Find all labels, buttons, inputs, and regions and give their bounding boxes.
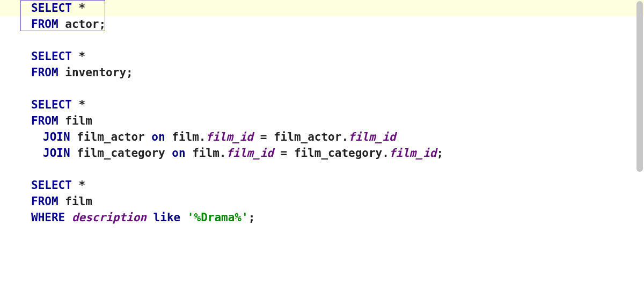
token-punct: [65, 211, 72, 224]
token-punct: .: [199, 130, 206, 143]
token-punct: [70, 147, 77, 160]
token-punct: ;: [248, 211, 255, 224]
token-kw: SELECT: [31, 98, 72, 111]
token-kw: SELECT: [31, 179, 72, 192]
code-line-3[interactable]: [0, 32, 644, 48]
token-punct: .: [341, 130, 348, 143]
token-col: film_id: [226, 147, 274, 160]
token-punct: .: [219, 147, 226, 160]
token-op-kw: like: [153, 211, 181, 224]
token-punct: =: [274, 147, 294, 160]
token-kw: FROM: [31, 114, 58, 127]
token-kw: JOIN: [43, 130, 70, 143]
code-line-6[interactable]: [0, 81, 644, 97]
token-punct: [165, 147, 172, 160]
token-punct: ;: [99, 18, 106, 31]
token-punct: [70, 130, 77, 143]
code-line-11[interactable]: [0, 161, 644, 177]
token-star: *: [79, 98, 86, 111]
token-ident: film_category: [294, 147, 382, 160]
token-col: film_id: [348, 130, 396, 143]
token-star: *: [79, 50, 86, 63]
token-punct: [72, 50, 79, 63]
token-ident: actor: [65, 18, 99, 31]
code-line-13[interactable]: FROM film: [0, 193, 644, 209]
token-punct: [72, 179, 79, 192]
token-punct: .: [382, 147, 389, 160]
token-kw: FROM: [31, 18, 58, 31]
token-op-kw: on: [172, 147, 185, 160]
token-kw: WHERE: [31, 211, 65, 224]
token-punct: ;: [126, 66, 133, 79]
token-star: *: [79, 2, 86, 15]
token-ident: film_actor: [77, 130, 144, 143]
token-ident: film: [172, 130, 199, 143]
token-col: description: [72, 211, 147, 224]
token-col: film_id: [206, 130, 254, 143]
code-line-14[interactable]: WHERE description like '%Drama%';: [0, 209, 644, 226]
token-punct: [58, 18, 65, 31]
token-punct: [186, 147, 193, 160]
code-line-1[interactable]: SELECT *: [0, 0, 644, 16]
code-line-10[interactable]: JOIN film_category on film.film_id = fil…: [0, 145, 644, 161]
token-op-kw: on: [151, 130, 165, 143]
code-line-12[interactable]: SELECT *: [0, 177, 644, 193]
token-star: *: [79, 179, 86, 192]
token-punct: =: [253, 130, 274, 143]
token-punct: [165, 130, 172, 143]
token-ident: film: [65, 195, 92, 208]
code-line-5[interactable]: FROM inventory;: [0, 64, 644, 81]
vertical-scrollbar[interactable]: [636, 1, 643, 172]
code-line-4[interactable]: SELECT *: [0, 48, 644, 64]
token-ident: film: [65, 114, 92, 127]
token-kw: SELECT: [31, 2, 72, 15]
code-line-2[interactable]: FROM actor;: [0, 16, 644, 32]
token-punct: [72, 2, 79, 15]
code-line-9[interactable]: JOIN film_actor on film.film_id = film_a…: [0, 129, 644, 145]
token-kw: JOIN: [43, 147, 70, 160]
token-ident: film: [192, 147, 219, 160]
token-punct: [180, 211, 187, 224]
code-line-7[interactable]: SELECT *: [0, 97, 644, 113]
token-punct: [58, 195, 65, 208]
token-str: '%Drama%': [187, 211, 248, 224]
token-punct: ;: [436, 147, 443, 160]
token-col: film_id: [389, 147, 437, 160]
token-punct: [58, 114, 65, 127]
token-kw: FROM: [31, 195, 58, 208]
token-punct: [147, 211, 153, 224]
sql-editor[interactable]: SELECT *FROM actor;SELECT *FROM inventor…: [0, 0, 644, 290]
token-ident: inventory: [65, 66, 126, 79]
token-kw: FROM: [31, 66, 58, 79]
token-ident: film_category: [77, 147, 165, 160]
token-punct: [72, 98, 79, 111]
token-punct: [145, 130, 152, 143]
code-line-8[interactable]: FROM film: [0, 113, 644, 129]
token-punct: [58, 66, 65, 79]
token-ident: film_actor: [274, 130, 341, 143]
token-kw: SELECT: [31, 50, 72, 63]
